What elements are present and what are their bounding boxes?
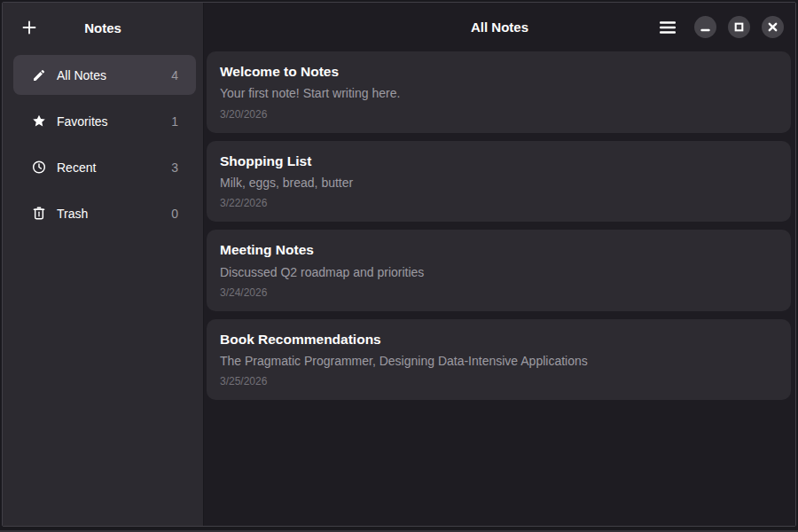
sidebar-item-favorites[interactable]: Favorites 1 xyxy=(13,101,196,141)
minimize-icon xyxy=(694,16,716,38)
header-actions xyxy=(654,14,784,41)
notes-app-window: Notes All Notes 4 Favorites xyxy=(2,2,796,527)
sidebar: Notes All Notes 4 Favorites xyxy=(3,3,204,526)
plus-icon xyxy=(20,19,38,36)
note-preview: Your first note! Start writing here. xyxy=(220,85,778,101)
sidebar-item-trash[interactable]: Trash 0 xyxy=(13,193,196,233)
sidebar-item-label: Recent xyxy=(57,160,171,175)
hamburger-menu-icon xyxy=(660,21,676,34)
sidebar-item-label: Favorites xyxy=(57,114,171,129)
note-preview: Milk, eggs, bread, butter xyxy=(220,175,778,191)
note-title: Meeting Notes xyxy=(220,241,778,258)
trash-icon xyxy=(32,207,46,221)
close-icon xyxy=(762,16,784,38)
sidebar-item-all-notes[interactable]: All Notes 4 xyxy=(13,55,196,95)
note-card-book-recommendations[interactable]: Book Recommendations The Pragmatic Progr… xyxy=(207,319,791,401)
sidebar-item-count: 4 xyxy=(171,68,178,82)
sidebar-item-count: 3 xyxy=(171,160,178,175)
note-card-shopping-list[interactable]: Shopping List Milk, eggs, bread, butter … xyxy=(207,141,791,223)
note-preview: The Pragmatic Programmer, Designing Data… xyxy=(220,353,778,369)
close-button[interactable] xyxy=(762,16,784,38)
note-title: Book Recommendations xyxy=(220,331,778,348)
note-date: 3/22/2026 xyxy=(220,197,778,209)
sidebar-list: All Notes 4 Favorites 1 xyxy=(3,55,203,233)
new-note-button[interactable] xyxy=(15,13,43,42)
maximize-button[interactable] xyxy=(728,16,750,38)
menu-button[interactable] xyxy=(654,14,681,41)
clock-icon xyxy=(32,160,46,175)
sidebar-item-label: Trash xyxy=(57,207,171,221)
sidebar-item-count: 0 xyxy=(171,207,178,221)
note-card-meeting-notes[interactable]: Meeting Notes Discussed Q2 roadmap and p… xyxy=(207,230,791,311)
sidebar-item-label: All Notes xyxy=(57,68,171,82)
sidebar-item-count: 1 xyxy=(171,114,178,129)
note-preview: Discussed Q2 roadmap and priorities xyxy=(220,264,778,280)
note-date: 3/20/2026 xyxy=(220,108,778,121)
sidebar-header: Notes xyxy=(3,3,203,52)
minimize-button[interactable] xyxy=(694,16,716,38)
main-pane: All Notes xyxy=(204,3,795,526)
note-date: 3/25/2026 xyxy=(220,375,778,387)
notes-list: Welcome to Notes Your first note! Start … xyxy=(204,51,795,526)
star-icon xyxy=(32,114,46,129)
pencil-icon xyxy=(32,68,46,82)
main-header: All Notes xyxy=(204,3,795,51)
maximize-icon xyxy=(728,16,750,38)
note-date: 3/24/2026 xyxy=(220,286,778,299)
note-card-welcome-to-notes[interactable]: Welcome to Notes Your first note! Start … xyxy=(207,51,791,133)
sidebar-item-recent[interactable]: Recent 3 xyxy=(13,147,196,187)
note-title: Welcome to Notes xyxy=(220,63,778,80)
note-title: Shopping List xyxy=(220,153,778,169)
